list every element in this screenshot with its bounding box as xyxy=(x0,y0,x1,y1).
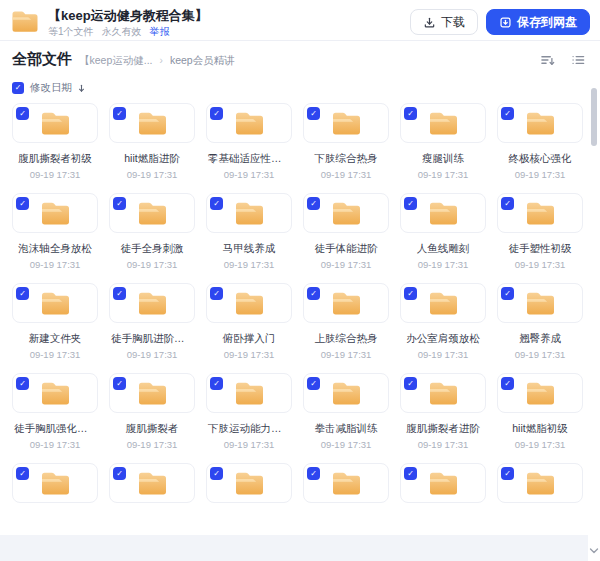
folder-tile[interactable]: ✓ xyxy=(109,463,195,503)
tile-checkbox[interactable]: ✓ xyxy=(16,467,29,480)
file-count: 等1个文件 xyxy=(48,25,94,39)
list-view-icon[interactable] xyxy=(571,53,586,67)
tile-checkbox[interactable]: ✓ xyxy=(113,377,126,390)
folder-tile[interactable]: ✓ xyxy=(400,463,486,503)
file-date: 09-19 17:31 xyxy=(303,349,389,360)
check-icon: ✓ xyxy=(19,290,26,298)
tile-checkbox[interactable]: ✓ xyxy=(307,467,320,480)
folder-tile[interactable]: ✓ 徒手塑性初级 09-19 17:31 xyxy=(497,193,583,270)
folder-tile[interactable]: ✓ hiit燃脂进阶 09-19 17:31 xyxy=(109,103,195,180)
folder-tile[interactable]: ✓ 上肢综合热身 09-19 17:31 xyxy=(303,283,389,360)
folder-tile[interactable]: ✓ 办公室肩颈放松 09-19 17:31 xyxy=(400,283,486,360)
folder-tile[interactable]: ✓ 下肢综合热身 09-19 17:31 xyxy=(303,103,389,180)
tile-checkbox[interactable]: ✓ xyxy=(210,467,223,480)
tile-checkbox[interactable]: ✓ xyxy=(113,467,126,480)
sort-by-label[interactable]: 修改日期 xyxy=(30,81,72,95)
check-icon: ✓ xyxy=(504,290,511,298)
tile-checkbox[interactable]: ✓ xyxy=(404,287,417,300)
tile-checkbox[interactable]: ✓ xyxy=(210,377,223,390)
folder-tile[interactable]: ✓ 翘臀养成 09-19 17:31 xyxy=(497,283,583,360)
folder-tile[interactable]: ✓ xyxy=(303,463,389,503)
breadcrumb-root[interactable]: 全部文件 xyxy=(12,50,72,69)
file-name: 拳击减脂训练 xyxy=(303,422,389,436)
folder-tile[interactable]: ✓ xyxy=(12,463,98,503)
tile-checkbox[interactable]: ✓ xyxy=(404,197,417,210)
tile-checkbox[interactable]: ✓ xyxy=(307,377,320,390)
download-button[interactable]: 下载 xyxy=(410,9,478,35)
tile-checkbox[interactable]: ✓ xyxy=(501,197,514,210)
tile-checkbox[interactable]: ✓ xyxy=(307,197,320,210)
folder-tile[interactable]: ✓ 徒手体能进阶 09-19 17:31 xyxy=(303,193,389,270)
scrollbar-thumb[interactable] xyxy=(591,88,597,146)
tile-checkbox[interactable]: ✓ xyxy=(16,377,29,390)
tile-checkbox[interactable]: ✓ xyxy=(404,377,417,390)
folder-tile[interactable]: ✓ 泡沫轴全身放松 09-19 17:31 xyxy=(12,193,98,270)
tile-checkbox[interactable]: ✓ xyxy=(501,467,514,480)
tile-checkbox[interactable]: ✓ xyxy=(113,197,126,210)
tile-checkbox[interactable]: ✓ xyxy=(210,287,223,300)
folder-tile[interactable]: ✓ 拳击减脂训练 09-19 17:31 xyxy=(303,373,389,450)
folder-tile[interactable]: ✓ 俯卧撑入门 09-19 17:31 xyxy=(206,283,292,360)
page-title: 【keep运动健身教程合集】 xyxy=(48,8,410,23)
folder-tile[interactable]: ✓ 新建文件夹 09-19 17:31 xyxy=(12,283,98,360)
file-name: 翘臀养成 xyxy=(497,332,583,346)
folder-tile[interactable]: ✓ 徒手全身刺激 09-19 17:31 xyxy=(109,193,195,270)
tile-checkbox[interactable]: ✓ xyxy=(404,107,417,120)
file-name: 上肢综合热身 xyxy=(303,332,389,346)
file-name: 俯卧撑入门 xyxy=(206,332,292,346)
folder-tile[interactable]: ✓ 腹肌撕裂者 09-19 17:31 xyxy=(109,373,195,450)
tile-checkbox[interactable]: ✓ xyxy=(16,197,29,210)
tile-checkbox[interactable]: ✓ xyxy=(16,287,29,300)
folder-tile[interactable]: ✓ 人鱼线雕刻 09-19 17:31 xyxy=(400,193,486,270)
save-to-drive-button[interactable]: 保存到网盘 xyxy=(486,9,590,35)
header-actions: 下载 保存到网盘 xyxy=(410,9,590,35)
file-name: 终极核心强化 xyxy=(497,152,583,166)
tile-checkbox[interactable]: ✓ xyxy=(16,107,29,120)
tile-checkbox[interactable]: ✓ xyxy=(501,107,514,120)
footer-strip xyxy=(0,535,588,561)
folder-tile[interactable]: ✓ hiit燃脂初级 09-19 17:31 xyxy=(497,373,583,450)
report-link[interactable]: 举报 xyxy=(150,25,170,39)
check-icon: ✓ xyxy=(310,470,317,478)
tile-checkbox[interactable]: ✓ xyxy=(307,287,320,300)
folder-tile[interactable]: ✓ 腹肌撕裂者进阶 09-19 17:31 xyxy=(400,373,486,450)
file-date: 09-19 17:31 xyxy=(400,439,486,450)
tile-checkbox[interactable]: ✓ xyxy=(404,467,417,480)
tile-checkbox[interactable]: ✓ xyxy=(501,377,514,390)
sort-direction-arrow-icon[interactable] xyxy=(77,84,86,93)
check-icon: ✓ xyxy=(116,290,123,298)
file-date: 09-19 17:31 xyxy=(497,349,583,360)
file-name: 零基础适应性训练 xyxy=(206,152,292,166)
file-name: 腹肌撕裂者进阶 xyxy=(400,422,486,436)
tile-checkbox[interactable]: ✓ xyxy=(210,197,223,210)
file-date: 09-19 17:31 xyxy=(12,439,98,450)
file-date: 09-19 17:31 xyxy=(303,439,389,450)
folder-icon xyxy=(136,290,169,317)
folder-tile[interactable]: ✓ 下肢运动能力训练 09-19 17:31 xyxy=(206,373,292,450)
file-date: 09-19 17:31 xyxy=(400,259,486,270)
tile-checkbox[interactable]: ✓ xyxy=(113,107,126,120)
folder-icon xyxy=(10,9,40,38)
folder-tile[interactable]: ✓ 马甲线养成 09-19 17:31 xyxy=(206,193,292,270)
folder-icon xyxy=(330,110,363,137)
check-icon: ✓ xyxy=(310,110,317,118)
scroll-down-chevron-icon[interactable] xyxy=(589,547,599,555)
folder-tile[interactable]: ✓ xyxy=(497,463,583,503)
folder-tile[interactable]: ✓ 徒手胸肌强化训练 09-19 17:31 xyxy=(12,373,98,450)
select-all-checkbox[interactable]: ✓ xyxy=(12,82,24,94)
tile-checkbox[interactable]: ✓ xyxy=(307,107,320,120)
folder-tile[interactable]: ✓ xyxy=(206,463,292,503)
check-icon: ✓ xyxy=(213,110,220,118)
folder-tile[interactable]: ✓ 瘦腿训练 09-19 17:31 xyxy=(400,103,486,180)
folder-tile[interactable]: ✓ 零基础适应性训练 09-19 17:31 xyxy=(206,103,292,180)
sort-icon[interactable] xyxy=(540,53,555,67)
tile-checkbox[interactable]: ✓ xyxy=(210,107,223,120)
tile-checkbox[interactable]: ✓ xyxy=(501,287,514,300)
check-icon: ✓ xyxy=(213,380,220,388)
tile-checkbox[interactable]: ✓ xyxy=(113,287,126,300)
folder-tile[interactable]: ✓ 终极核心强化 09-19 17:31 xyxy=(497,103,583,180)
folder-tile[interactable]: ✓ 腹肌撕裂者初级 09-19 17:31 xyxy=(12,103,98,180)
breadcrumb-parent[interactable]: 【keep运动健... xyxy=(79,54,153,68)
folder-tile[interactable]: ✓ 徒手胸肌进阶训练 09-19 17:31 xyxy=(109,283,195,360)
check-icon: ✓ xyxy=(310,200,317,208)
